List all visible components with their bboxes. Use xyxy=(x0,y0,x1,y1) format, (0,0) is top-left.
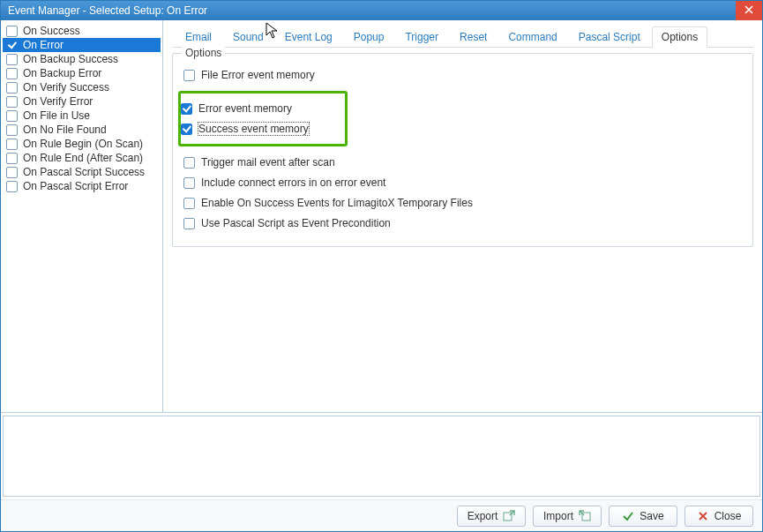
tab[interactable]: Command xyxy=(498,26,566,48)
sidebar-item-label: On Pascal Script Success xyxy=(23,166,145,178)
import-button[interactable]: Import xyxy=(533,506,602,527)
import-button-label: Import xyxy=(543,510,573,522)
checkbox-icon[interactable] xyxy=(6,124,18,136)
window-title: Event Manager - Selected Setup: On Error xyxy=(8,4,207,17)
option-label: Use Pascal Script as Event Precondition xyxy=(201,217,391,229)
save-button[interactable]: Save xyxy=(609,506,677,527)
option-row[interactable]: Error event memory xyxy=(181,101,341,116)
save-button-label: Save xyxy=(640,510,663,522)
tab[interactable]: Pascal Script xyxy=(569,26,650,48)
sidebar-item-label: On Backup Success xyxy=(23,53,118,65)
checkbox-icon[interactable] xyxy=(6,54,18,65)
checkbox-icon[interactable] xyxy=(6,181,18,192)
svg-rect-0 xyxy=(504,513,512,521)
options-group: Options File Error event memoryError eve… xyxy=(172,53,753,247)
option-label: Include connect errors in on error event xyxy=(201,176,385,189)
check-icon xyxy=(622,510,634,522)
sidebar-item[interactable]: On Backup Success xyxy=(3,52,161,66)
checkbox-icon[interactable] xyxy=(183,198,195,209)
options-list: File Error event memoryError event memor… xyxy=(183,67,742,231)
button-bar: Export Import Save Close xyxy=(1,499,762,531)
checkbox-icon[interactable] xyxy=(183,177,195,189)
option-row[interactable]: Enable On Success Events for LimagitoX T… xyxy=(183,195,742,211)
sidebar-item-label: On Rule Begin (On Scan) xyxy=(23,138,143,150)
sidebar-item[interactable]: On Success xyxy=(3,24,161,38)
sidebar-item-label: On File in Use xyxy=(23,109,90,122)
checkbox-icon[interactable] xyxy=(183,70,195,81)
option-row[interactable]: File Error event memory xyxy=(183,67,742,83)
main-area: On SuccessOn ErrorOn Backup SuccessOn Ba… xyxy=(1,20,762,413)
checkbox-icon[interactable] xyxy=(6,110,18,122)
highlight-box: Error event memorySuccess event memory xyxy=(178,91,348,146)
checkbox-icon[interactable] xyxy=(6,40,18,51)
tab-bar: EmailSoundEvent LogPopupTriggerResetComm… xyxy=(172,26,753,48)
export-button-label: Export xyxy=(468,510,498,522)
titlebar: Event Manager - Selected Setup: On Error xyxy=(1,1,762,20)
tab[interactable]: Options xyxy=(652,26,707,48)
tab[interactable]: Email xyxy=(176,26,221,48)
sidebar-list[interactable]: On SuccessOn ErrorOn Backup SuccessOn Ba… xyxy=(1,20,163,412)
close-button[interactable]: Close xyxy=(684,506,753,527)
tab[interactable]: Event Log xyxy=(275,26,342,48)
option-label: Enable On Success Events for LimagitoX T… xyxy=(201,197,473,209)
checkbox-icon[interactable] xyxy=(181,124,192,135)
option-row[interactable]: Use Pascal Script as Event Precondition xyxy=(183,215,742,231)
checkbox-icon[interactable] xyxy=(181,103,192,115)
sidebar-item-label: On Verify Error xyxy=(23,95,93,108)
tab[interactable]: Trigger xyxy=(395,26,448,48)
import-icon xyxy=(579,510,591,522)
sidebar-item[interactable]: On Verify Success xyxy=(3,80,161,94)
svg-rect-1 xyxy=(582,513,590,521)
sidebar-item-label: On Error xyxy=(23,39,64,51)
tab[interactable]: Sound xyxy=(223,26,273,48)
checkbox-icon[interactable] xyxy=(6,139,18,150)
sidebar-item[interactable]: On Pascal Script Success xyxy=(3,165,161,179)
option-row[interactable]: Trigger mail event after scan xyxy=(183,154,742,170)
close-icon xyxy=(744,4,753,17)
checkbox-icon[interactable] xyxy=(6,167,18,178)
sidebar-item-label: On Backup Error xyxy=(23,67,101,79)
sidebar-item-label: On No File Found xyxy=(23,124,107,136)
option-row[interactable]: Include connect errors in on error event xyxy=(183,175,742,191)
option-label: Success event memory xyxy=(198,123,309,135)
checkbox-icon[interactable] xyxy=(6,26,18,37)
checkbox-icon[interactable] xyxy=(6,82,18,94)
tab[interactable]: Reset xyxy=(450,26,497,48)
sidebar-item[interactable]: On Backup Error xyxy=(3,66,161,80)
checkbox-icon[interactable] xyxy=(183,218,195,229)
checkbox-icon[interactable] xyxy=(183,157,195,169)
sidebar-item[interactable]: On Verify Error xyxy=(3,94,161,109)
sidebar-item[interactable]: On Pascal Script Error xyxy=(3,179,161,193)
sidebar-item[interactable]: On Rule End (After Scan) xyxy=(3,151,161,165)
option-label: File Error event memory xyxy=(201,69,315,81)
sidebar-item[interactable]: On No File Found xyxy=(3,123,161,137)
option-label: Error event memory xyxy=(198,102,292,115)
option-row[interactable]: Success event memory xyxy=(181,121,341,137)
export-button[interactable]: Export xyxy=(457,506,526,527)
sidebar-item-label: On Verify Success xyxy=(23,81,109,94)
sidebar-item[interactable]: On File in Use xyxy=(3,109,161,123)
tab[interactable]: Popup xyxy=(344,26,394,48)
checkbox-icon[interactable] xyxy=(6,96,18,108)
output-panel[interactable] xyxy=(3,416,760,497)
option-label: Trigger mail event after scan xyxy=(201,156,335,169)
sidebar-item[interactable]: On Error xyxy=(3,38,161,52)
sidebar-item-label: On Success xyxy=(23,25,80,37)
x-icon xyxy=(697,510,709,522)
sidebar-item[interactable]: On Rule Begin (On Scan) xyxy=(3,137,161,151)
sidebar-item-label: On Rule End (After Scan) xyxy=(23,152,143,164)
window-close-button[interactable] xyxy=(736,1,762,20)
content-pane: EmailSoundEvent LogPopupTriggerResetComm… xyxy=(163,20,762,412)
close-button-label: Close xyxy=(714,510,742,522)
export-icon xyxy=(503,510,515,522)
checkbox-icon[interactable] xyxy=(6,68,18,79)
checkbox-icon[interactable] xyxy=(6,153,18,164)
sidebar-item-label: On Pascal Script Error xyxy=(23,180,128,192)
group-legend: Options xyxy=(182,47,225,59)
